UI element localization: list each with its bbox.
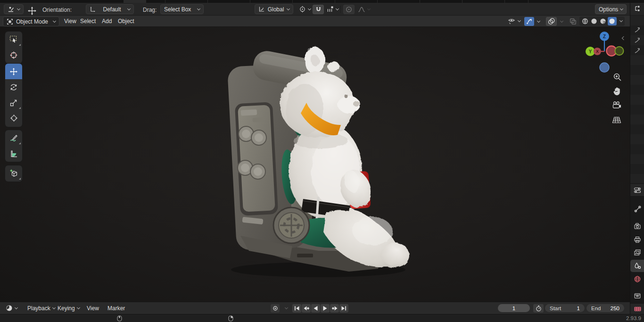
drag-dropdown[interactable]: Select Box bbox=[160, 4, 204, 14]
active-tool-dropdown[interactable] bbox=[4, 4, 24, 14]
xray-toggle[interactable] bbox=[568, 17, 578, 26]
magnet-icon bbox=[315, 6, 322, 13]
jump-to-end-button[interactable] bbox=[339, 304, 348, 313]
menu-timeline-view[interactable]: View bbox=[83, 304, 103, 313]
timeline-editor-dropdown[interactable] bbox=[3, 303, 20, 313]
transform-space-value: Global bbox=[268, 6, 284, 13]
shading-dropdown[interactable] bbox=[617, 17, 624, 25]
end-label: End bbox=[591, 305, 601, 311]
sidebar-collapse-arrow[interactable] bbox=[622, 34, 625, 41]
shading-rendered-button[interactable] bbox=[608, 17, 617, 25]
jump-to-start-button[interactable] bbox=[292, 304, 301, 313]
tab-collection-properties[interactable] bbox=[630, 289, 644, 302]
camera-view-button[interactable] bbox=[611, 100, 622, 110]
shading-wireframe-button[interactable] bbox=[580, 17, 589, 25]
end-value: 250 bbox=[611, 305, 619, 311]
tool-measure[interactable] bbox=[5, 146, 22, 161]
outliner-header[interactable] bbox=[630, 3, 644, 16]
toolbar-group-annotate bbox=[5, 130, 22, 162]
xray-icon bbox=[570, 18, 577, 25]
tool-add-cube[interactable] bbox=[5, 165, 22, 181]
tool-transform[interactable] bbox=[5, 110, 22, 126]
current-frame-field[interactable]: 1 bbox=[498, 304, 530, 312]
shading-solid-button[interactable] bbox=[589, 17, 598, 25]
grid-perspective-icon bbox=[612, 116, 621, 124]
tab-scene-properties[interactable] bbox=[630, 260, 644, 272]
play-icon bbox=[322, 305, 328, 311]
mode-dropdown[interactable]: Object Mode bbox=[3, 17, 59, 26]
version-label: 2.93.9 bbox=[626, 315, 641, 321]
tool-move[interactable] bbox=[5, 64, 22, 79]
previous-keyframe-button[interactable] bbox=[302, 304, 311, 313]
tab-output-properties[interactable] bbox=[630, 233, 644, 246]
tool-settings-icon bbox=[8, 6, 15, 13]
snap-target-dropdown[interactable] bbox=[324, 4, 341, 14]
outliner-body[interactable] bbox=[630, 16, 644, 183]
tab-world-properties[interactable] bbox=[630, 273, 644, 285]
navigation-gizmo[interactable]: Z Y X bbox=[583, 28, 628, 74]
menu-object[interactable]: Object bbox=[114, 17, 138, 26]
next-keyframe-button[interactable] bbox=[330, 304, 339, 313]
use-preview-range-button[interactable] bbox=[533, 304, 544, 313]
options-label: Options bbox=[599, 6, 618, 13]
overlays-dropdown[interactable] bbox=[558, 17, 563, 26]
tool-annotate[interactable] bbox=[5, 130, 22, 146]
orientation-label: Orientation: bbox=[42, 7, 72, 13]
tool-scale[interactable] bbox=[5, 95, 22, 110]
tool-select-box[interactable] bbox=[5, 32, 22, 47]
properties-tab-column bbox=[630, 197, 644, 303]
tool-wrench-icon bbox=[634, 206, 641, 213]
model-teddy-bear-in-seat[interactable] bbox=[207, 33, 415, 278]
auto-keying-button[interactable] bbox=[271, 304, 280, 313]
gizmos-dropdown[interactable] bbox=[535, 17, 540, 26]
rotate-icon bbox=[9, 83, 18, 91]
options-button[interactable]: Options bbox=[595, 4, 627, 14]
outliner-row-icon bbox=[634, 26, 641, 33]
proportional-falloff-dropdown[interactable] bbox=[355, 4, 372, 14]
mode-value: Object Mode bbox=[16, 18, 48, 25]
gizmo-axis-y-neg[interactable] bbox=[615, 47, 624, 55]
snap-increment-icon bbox=[327, 6, 334, 13]
annotate-icon bbox=[9, 134, 18, 142]
pivot-point-dropdown[interactable] bbox=[295, 4, 314, 14]
properties-header[interactable] bbox=[630, 183, 644, 197]
tool-rotate[interactable] bbox=[5, 79, 22, 95]
gizmo-icon bbox=[526, 18, 533, 25]
play-button[interactable] bbox=[321, 304, 330, 313]
frame-start-field[interactable]: Start 1 bbox=[545, 304, 585, 312]
drag-value: Select Box bbox=[164, 6, 191, 13]
add-cube-icon bbox=[9, 169, 18, 178]
frame-end-field[interactable]: End 250 bbox=[586, 304, 624, 312]
menu-add[interactable]: Add bbox=[98, 17, 116, 26]
object-types-visibility-dropdown[interactable] bbox=[507, 17, 520, 26]
play-reverse-button[interactable] bbox=[311, 304, 320, 313]
start-value: 1 bbox=[577, 305, 580, 311]
toggle-perspective-button[interactable] bbox=[611, 115, 622, 125]
viewport-3d[interactable]: Z Y X bbox=[0, 27, 630, 302]
tool-cursor[interactable] bbox=[5, 47, 22, 63]
proportional-editing-toggle[interactable] bbox=[343, 5, 355, 14]
overlays-toggle[interactable] bbox=[546, 17, 557, 26]
pan-button[interactable] bbox=[612, 86, 622, 96]
jump-start-icon bbox=[294, 305, 300, 311]
snap-toggle[interactable] bbox=[313, 5, 324, 14]
gizmos-toggle[interactable] bbox=[524, 17, 534, 26]
sequencer-header[interactable] bbox=[630, 303, 644, 314]
next-keyframe-icon bbox=[331, 305, 338, 311]
tab-view-layer-properties[interactable] bbox=[630, 247, 644, 259]
orientation-dropdown[interactable]: Default bbox=[86, 4, 134, 14]
move-tool-icon bbox=[27, 6, 37, 16]
zoom-button[interactable] bbox=[612, 72, 622, 82]
tab-render-properties[interactable] bbox=[630, 220, 644, 232]
transform-space-dropdown[interactable]: Global bbox=[255, 4, 293, 14]
shading-material-button[interactable] bbox=[598, 17, 607, 25]
toolbar-group-transform bbox=[5, 64, 22, 127]
menu-marker[interactable]: Marker bbox=[104, 304, 129, 313]
sequencer-film-icon bbox=[634, 306, 642, 312]
scale-icon bbox=[9, 99, 18, 107]
tab-tool-properties[interactable] bbox=[630, 203, 644, 215]
menu-select[interactable]: Select bbox=[76, 17, 99, 26]
gizmo-axis-z-neg[interactable] bbox=[600, 63, 609, 72]
keying-dropdown[interactable] bbox=[282, 304, 289, 313]
menu-keying[interactable]: Keying bbox=[54, 304, 83, 313]
